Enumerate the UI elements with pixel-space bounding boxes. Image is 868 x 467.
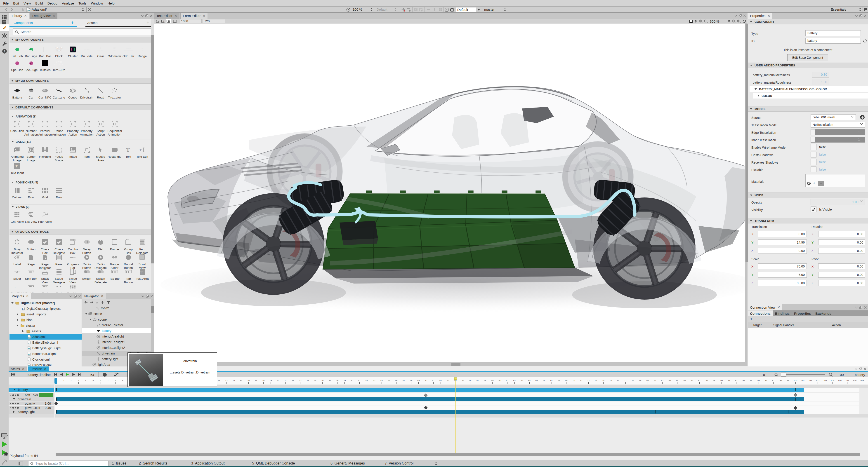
svg-text:qml: qml: [28, 354, 30, 355]
svg-text:qml: qml: [27, 10, 30, 11]
svg-text:A: A: [163, 21, 164, 23]
svg-text:?: ?: [4, 50, 5, 53]
svg-text:I: I: [15, 286, 16, 288]
svg-text:qml: qml: [28, 342, 30, 344]
svg-text:qml: qml: [28, 359, 30, 361]
svg-text:T: T: [126, 147, 130, 153]
svg-text:qml: qml: [28, 337, 30, 338]
svg-text:qml: qml: [28, 365, 30, 366]
svg-text:T: T: [139, 148, 142, 152]
svg-text:I: I: [142, 272, 142, 274]
svg-text:qml: qml: [28, 348, 30, 349]
svg-text:T: T: [15, 164, 18, 168]
